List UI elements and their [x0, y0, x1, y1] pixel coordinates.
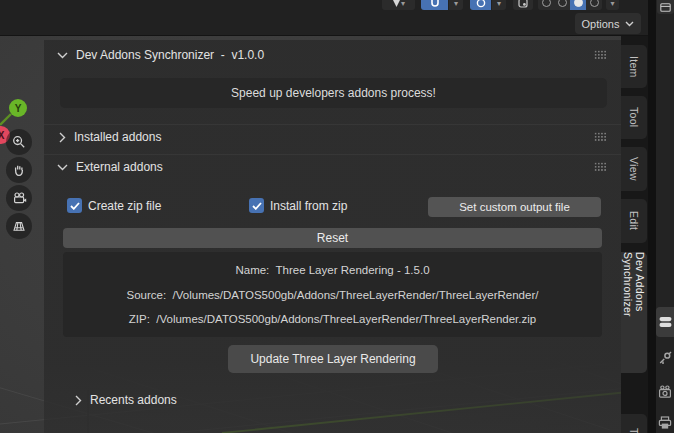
gizmo-axis-line [0, 112, 12, 126]
sidebar-tab-view[interactable]: View [621, 147, 647, 191]
sidebar-tab-partial[interactable]: Th [621, 414, 647, 433]
set-custom-output-label: Set custom output file [459, 201, 570, 213]
chevron-right-icon [75, 395, 82, 406]
divider [44, 154, 621, 155]
addon-panel-header[interactable]: Dev Addons Synchronizer - v1.0.0 [57, 47, 264, 63]
proportional-falloff-icon [476, 0, 486, 8]
tab-label: Edit [628, 211, 640, 230]
viewport-header: ▾ ▾ ▾ [0, 0, 648, 36]
speed-up-button[interactable]: Speed up developers addons process! [60, 78, 607, 108]
options-label: Options [582, 18, 620, 30]
chevron-down-icon: ▾ [454, 0, 458, 8]
chevron-down-icon: ▾ [497, 0, 501, 8]
chevron-down-icon: ▾ [401, 0, 405, 8]
proportional-editing-toggle[interactable] [470, 0, 491, 10]
update-addon-label: Update Three Layer Rendering [250, 352, 415, 366]
shading-material-button[interactable] [570, 0, 586, 10]
install-zip-checkbox[interactable] [249, 198, 264, 213]
sidebar-panel: Dev Addons Synchronizer - v1.0.0 Speed u… [44, 40, 621, 433]
properties-tab-tool[interactable] [656, 346, 674, 370]
shading-wireframe-button[interactable] [538, 0, 554, 10]
overlays-button[interactable] [513, 0, 533, 10]
wireframe-sphere-icon [542, 0, 551, 7]
render-camera-icon [658, 385, 672, 399]
chevron-down-icon [57, 52, 68, 59]
sidebar-tab-edit[interactable]: Edit [621, 199, 647, 243]
snapping-dropdown[interactable]: ▾ [449, 0, 463, 10]
external-addons-header[interactable]: External addons [57, 159, 163, 175]
tool-icon [658, 351, 672, 365]
editor-divider[interactable] [648, 0, 656, 433]
tab-label: Dev Addons Synchronizer [622, 252, 646, 373]
active-tool-icon [658, 315, 672, 329]
properties-editor-edge [656, 0, 674, 433]
external-addons-label: External addons [76, 160, 163, 174]
perspective-toggle-button[interactable] [6, 213, 32, 239]
camera-icon [12, 191, 27, 205]
check-icon [70, 202, 80, 210]
addon-zip-line: ZIP: /Volumes/DATOS500gb/Addons/ThreeLay… [129, 313, 536, 325]
printer-icon [658, 416, 672, 430]
snapping-toggle[interactable] [421, 0, 448, 10]
gizmo-y-label: Y [15, 103, 22, 114]
install-zip-label: Install from zip [270, 199, 347, 213]
recents-addons-label: Recents addons [90, 393, 177, 407]
blender-window: Y X [0, 0, 674, 433]
check-icon [252, 202, 262, 210]
rendered-sphere-icon [590, 0, 599, 7]
options-dropdown[interactable]: Options [575, 13, 641, 34]
create-zip-checkbox[interactable] [67, 198, 82, 213]
transform-pivot-dropdown[interactable]: ▾ [382, 0, 415, 10]
shading-solid-button[interactable] [554, 0, 570, 10]
tab-label: Th [628, 428, 640, 433]
create-zip-label: Create zip file [88, 199, 161, 213]
installed-addons-header[interactable]: Installed addons [59, 129, 161, 145]
sidebar-tab-strip: Item Tool View Edit Dev Addons Synchroni… [621, 36, 648, 433]
grid-icon [12, 219, 26, 233]
solid-sphere-icon [558, 0, 567, 7]
overlays-icon [518, 0, 528, 8]
chevron-right-icon [59, 132, 66, 143]
tab-label: Item [628, 56, 640, 78]
properties-tab-render[interactable] [656, 377, 674, 407]
shading-dropdown[interactable]: ▾ [606, 0, 619, 10]
gizmo-x-label: X [0, 130, 4, 141]
divider [44, 124, 621, 125]
sidebar-tab-tool[interactable]: Tool [621, 96, 647, 139]
properties-tab-output[interactable] [656, 412, 674, 433]
recents-addons-header[interactable]: Recents addons [75, 392, 177, 408]
magnifier-plus-icon [12, 135, 26, 149]
proportional-dropdown[interactable]: ▾ [492, 0, 506, 10]
addon-name-line: Name: Three Layer Rendering - 1.5.0 [235, 264, 429, 276]
addon-source-line: Source: /Volumes/DATOS500gb/Addons/Three… [127, 289, 539, 301]
hand-icon [12, 163, 26, 177]
gizmo-y-axis[interactable]: Y [9, 99, 27, 117]
shading-rendered-button[interactable] [586, 0, 602, 10]
tab-label: View [628, 157, 640, 181]
panel-drag-handle[interactable] [594, 50, 607, 59]
installed-addons-label: Installed addons [74, 130, 161, 144]
material-sphere-icon [574, 0, 583, 7]
addon-panel-title: Dev Addons Synchronizer - v1.0.0 [76, 48, 264, 62]
chevron-down-icon [57, 164, 68, 171]
update-addon-button[interactable]: Update Three Layer Rendering [228, 345, 438, 373]
install-zip-checkbox-row: Install from zip [249, 198, 347, 213]
chevron-down-icon [625, 21, 634, 27]
set-custom-output-button[interactable]: Set custom output file [428, 197, 601, 217]
cursor-icon [392, 0, 401, 8]
properties-tab-active[interactable] [656, 307, 674, 337]
panel-drag-handle[interactable] [594, 162, 607, 171]
create-zip-checkbox-row: Create zip file [67, 198, 161, 213]
editor-type-button[interactable] [657, 0, 674, 14]
magnet-icon [430, 0, 440, 8]
speed-up-label: Speed up developers addons process! [231, 86, 436, 100]
camera-view-button[interactable] [6, 185, 32, 211]
reset-label: Reset [317, 231, 348, 245]
sidebar-tab-item[interactable]: Item [621, 45, 647, 88]
zoom-button[interactable] [6, 129, 32, 155]
panel-drag-handle[interactable] [594, 132, 607, 141]
pan-button[interactable] [6, 157, 32, 183]
addon-info-box: Name: Three Layer Rendering - 1.5.0 Sour… [63, 252, 602, 337]
reset-button[interactable]: Reset [63, 228, 602, 248]
sidebar-tab-dev-addons-synchronizer[interactable]: Dev Addons Synchronizer [621, 252, 647, 373]
